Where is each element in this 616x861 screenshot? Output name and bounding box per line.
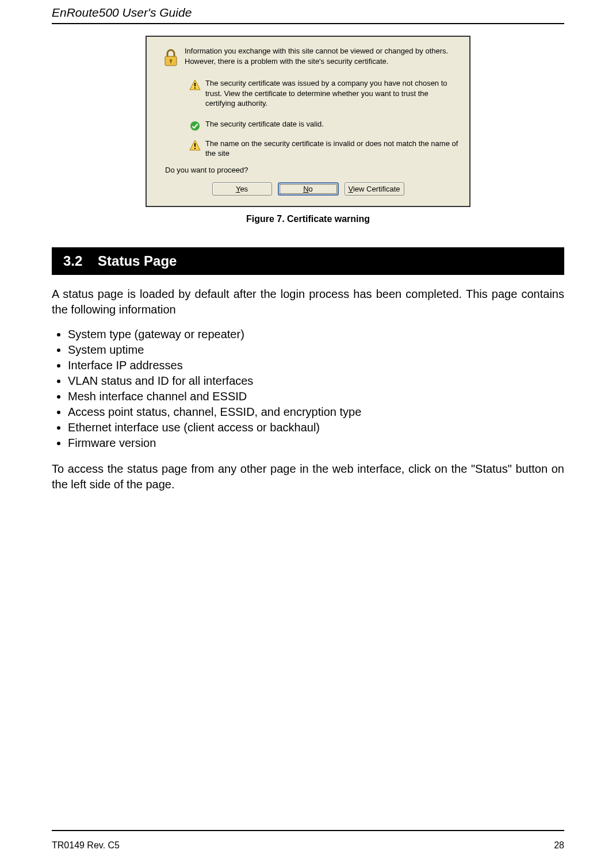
svg-point-6	[190, 121, 200, 131]
section-number: 3.2	[63, 253, 82, 269]
svg-rect-5	[194, 87, 196, 89]
page-header: EnRoute500 User's Guide	[0, 0, 616, 20]
svg-rect-2	[170, 61, 171, 63]
list-item: Access point status, channel, ESSID, and…	[68, 405, 564, 419]
svg-rect-9	[194, 148, 196, 149]
list-item: Firmware version	[68, 437, 564, 450]
footer-revision: TR0149 Rev. C5	[52, 840, 120, 851]
section-heading: 3.2 Status Page	[52, 247, 564, 275]
footer-page-number: 28	[554, 840, 564, 851]
lock-icon	[157, 46, 185, 68]
svg-rect-8	[194, 143, 196, 147]
dialog-button-row: Yes No View Certificate	[157, 182, 459, 196]
list-item: Interface IP addresses	[68, 359, 564, 372]
list-item: Ethernet interface use (client access or…	[68, 421, 564, 434]
feature-list: System type (gateway or repeater) System…	[52, 328, 564, 450]
paragraph-2: To access the status page from any other…	[52, 461, 564, 492]
list-item: Mesh interface channel and ESSID	[68, 390, 564, 403]
dialog-intro-text: Information you exchange with this site …	[185, 46, 459, 66]
dialog-proceed-text: Do you want to proceed?	[165, 166, 459, 174]
security-alert-dialog: Information you exchange with this site …	[146, 36, 470, 207]
warning-icon	[185, 139, 205, 151]
page-footer: TR0149 Rev. C5 28	[52, 840, 564, 851]
list-item: System type (gateway or repeater)	[68, 328, 564, 341]
list-item: VLAN status and ID for all interfaces	[68, 374, 564, 388]
yes-button[interactable]: Yes	[212, 182, 272, 196]
view-certificate-button[interactable]: View Certificate	[345, 182, 404, 196]
check-icon	[185, 119, 205, 132]
section-title: Status Page	[98, 253, 177, 269]
list-item: System uptime	[68, 343, 564, 357]
warning-icon	[185, 78, 205, 91]
paragraph-1: A status page is loaded by default after…	[52, 286, 564, 317]
footer-divider	[52, 830, 564, 831]
header-divider	[52, 23, 564, 24]
svg-rect-4	[194, 83, 196, 86]
dialog-cert-issuer-text: The security certificate was issued by a…	[205, 78, 459, 109]
figure-caption: Figure 7. Certificate warning	[0, 214, 616, 224]
no-button[interactable]: No	[278, 182, 339, 196]
dialog-cert-date-text: The security certificate date is valid.	[205, 119, 459, 129]
dialog-cert-name-text: The name on the security certificate is …	[205, 139, 459, 159]
